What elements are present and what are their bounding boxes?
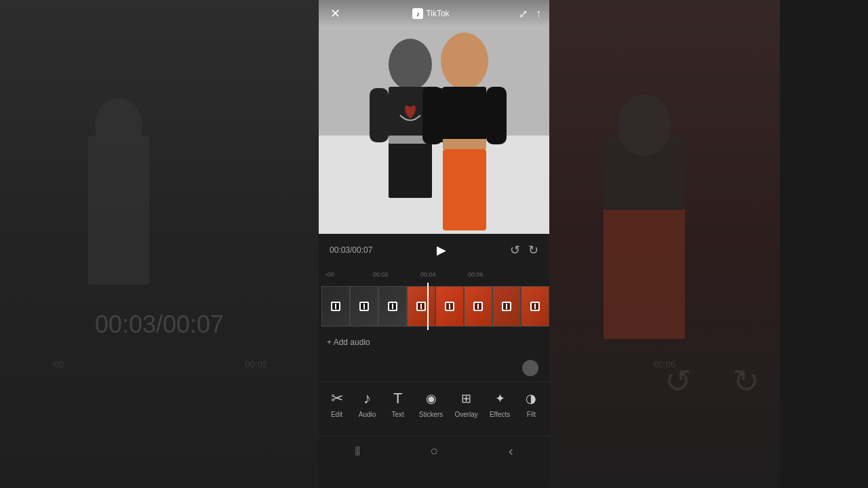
video-timestamp: 00:03/00:07	[330, 245, 372, 255]
frame-8	[521, 286, 549, 327]
tool-text[interactable]: T Text	[389, 389, 408, 418]
bg-dot-right: ·	[588, 359, 591, 369]
ruler-mark-2: 00:02	[373, 271, 389, 278]
ruler-mark-6: 00:06	[468, 271, 484, 278]
timeline-strip[interactable]: +	[319, 283, 549, 330]
stickers-icon: ◉	[422, 389, 441, 408]
overlay-label: Overlay	[454, 411, 477, 418]
frame-marker-6	[473, 302, 483, 311]
frame-marker-5	[445, 302, 454, 311]
stickers-label: Stickers	[419, 411, 443, 418]
svg-rect-20	[486, 87, 507, 144]
svg-point-1	[95, 98, 142, 152]
svg-point-9	[389, 39, 432, 90]
bg-time-2: 00:02	[245, 359, 267, 369]
frame-3	[378, 286, 407, 327]
svg-rect-2	[604, 203, 685, 339]
phone-ui: ✕ ♪ TikTok ⤢ ↑ 00:03/00:07 ▶ ↺ ↻ ‹00 00:…	[319, 0, 549, 488]
back-button[interactable]: ‹	[497, 438, 524, 465]
svg-point-15	[441, 33, 488, 89]
bg-right-panel: ↺ ↻ · 00:06 ·	[549, 0, 780, 488]
scroll-indicator	[522, 360, 538, 376]
recent-apps-icon: ⦀	[355, 443, 360, 459]
ruler-mark-0: ‹00	[326, 271, 334, 278]
share-button[interactable]: ↑	[536, 7, 541, 20]
recent-apps-button[interactable]: ⦀	[344, 438, 371, 465]
add-audio-label: + Add audio	[327, 338, 370, 347]
bg-right-timeline: · 00:06 ·	[549, 359, 780, 369]
filter-icon: ◑	[521, 389, 540, 408]
bg-time-0: :00	[52, 359, 64, 369]
frame-marker-3	[388, 302, 397, 311]
home-button[interactable]: ○	[420, 438, 448, 465]
frame-marker-7	[502, 302, 511, 311]
audio-label: Audio	[359, 411, 376, 418]
svg-rect-19	[422, 87, 443, 144]
frame-7	[492, 286, 521, 327]
tool-filter[interactable]: ◑ Filt	[521, 389, 540, 418]
undo-button[interactable]: ↺	[510, 243, 520, 258]
frame-marker-4	[416, 302, 426, 311]
video-top-actions: ⤢ ↑	[519, 7, 541, 20]
bg-dot-1: ·	[153, 359, 156, 369]
tiktok-logo: ♪ TikTok	[412, 8, 449, 19]
svg-rect-17	[443, 139, 486, 149]
tool-audio[interactable]: ♪ Audio	[358, 389, 377, 418]
tiktok-label: TikTok	[426, 9, 449, 18]
bg-timeline-labels: :00 · 00:02	[0, 359, 319, 369]
timeline-ruler: ‹00 00:02 00:04 00:06	[319, 266, 549, 283]
bg-time-06: 00:06	[654, 359, 676, 369]
frame-2	[350, 286, 378, 327]
frame-marker-1	[331, 302, 340, 311]
frame-5	[435, 286, 464, 327]
bg-left-panel: 00:03/00:07 :00 · 00:02	[0, 0, 319, 488]
redo-button[interactable]: ↻	[528, 243, 538, 258]
video-frame	[319, 0, 549, 234]
play-button[interactable]: ▶	[431, 239, 452, 261]
svg-rect-8	[319, 136, 549, 234]
video-frames: +	[321, 286, 549, 327]
add-audio-button[interactable]: + Add audio	[327, 338, 370, 347]
bg-timestamp: 00:03/00:07	[95, 310, 224, 339]
tool-effects[interactable]: ✦ Effects	[490, 389, 510, 418]
effects-label: Effects	[490, 411, 510, 418]
audio-icon: ♪	[358, 389, 377, 408]
home-icon: ○	[430, 443, 438, 459]
tool-stickers[interactable]: ◉ Stickers	[419, 389, 443, 418]
close-button[interactable]: ✕	[327, 5, 343, 22]
frame-6	[464, 286, 492, 327]
svg-rect-13	[370, 88, 389, 142]
svg-point-4	[617, 95, 671, 156]
scroll-area	[319, 354, 549, 382]
bottom-toolbar: ✂ Edit ♪ Audio T Text ◉ Stickers ⊞ Overl…	[319, 382, 549, 436]
video-top-bar: ✕ ♪ TikTok ⤢ ↑	[319, 0, 549, 27]
edit-icon: ✂	[328, 389, 347, 408]
svg-rect-16	[443, 87, 486, 148]
text-icon: T	[389, 389, 408, 408]
svg-rect-0	[88, 136, 149, 285]
video-preview: ✕ ♪ TikTok ⤢ ↑	[319, 0, 549, 234]
overlay-icon: ⊞	[457, 389, 476, 408]
filter-label: Filt	[527, 411, 536, 418]
nav-bar: ⦀ ○ ‹	[319, 436, 549, 466]
tiktok-icon: ♪	[412, 8, 423, 19]
effects-icon: ✦	[490, 389, 509, 408]
frame-4	[407, 286, 435, 327]
expand-button[interactable]: ⤢	[519, 7, 528, 20]
frame-marker-2	[359, 302, 369, 311]
frame-marker-8	[530, 302, 540, 311]
back-icon: ‹	[509, 443, 513, 459]
frame-1	[321, 286, 350, 327]
playback-controls: 00:03/00:07 ▶ ↺ ↻	[319, 234, 549, 266]
playback-side-buttons: ↺ ↻	[510, 243, 538, 258]
text-label: Text	[392, 411, 404, 418]
add-audio-row: + Add audio	[319, 330, 549, 354]
edit-label: Edit	[331, 411, 342, 418]
svg-rect-12	[389, 144, 432, 198]
svg-rect-18	[443, 149, 486, 230]
tool-edit[interactable]: ✂ Edit	[328, 389, 347, 418]
tool-overlay[interactable]: ⊞ Overlay	[454, 389, 477, 418]
ruler-mark-4: 00:04	[420, 271, 436, 278]
bg-dot-right2: ·	[739, 359, 742, 369]
